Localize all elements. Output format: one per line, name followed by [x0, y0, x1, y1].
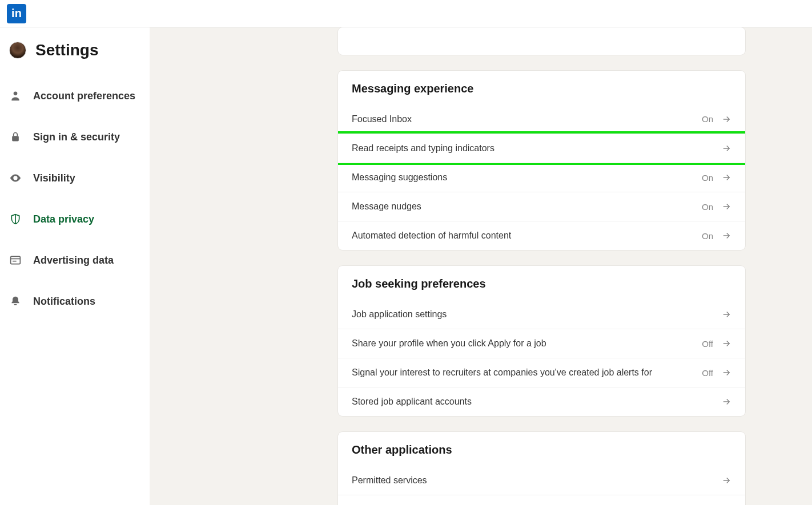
sidebar-item-advertising-data[interactable]: Advertising data [0, 240, 150, 281]
row-label: Messaging suggestions [352, 172, 447, 183]
sidebar-item-label: Notifications [33, 296, 95, 308]
eye-icon [9, 172, 22, 184]
row-label: Automated detection of harmful content [352, 231, 511, 241]
arrow-right-icon [721, 114, 731, 124]
sidebar-item-label: Sign in & security [33, 131, 120, 143]
row-automated-detection[interactable]: Automated detection of harmful content O… [338, 221, 745, 250]
section-title: Other applications [338, 432, 745, 466]
row-status: On [702, 173, 713, 183]
row-microsoft-word[interactable]: Microsoft Word On [338, 495, 745, 505]
sidebar-item-label: Data privacy [33, 213, 94, 225]
row-label: Signal your interest to recruiters at co… [352, 367, 652, 378]
row-label: Job application settings [352, 309, 447, 320]
svg-point-0 [14, 92, 18, 96]
row-label: Focused Inbox [352, 114, 412, 124]
sidebar-item-account-preferences[interactable]: Account preferences [0, 75, 150, 116]
avatar[interactable] [9, 42, 26, 59]
svg-point-2 [14, 177, 17, 179]
row-focused-inbox[interactable]: Focused Inbox On [338, 104, 745, 134]
row-status: Off [702, 339, 713, 349]
main-content: Messaging experience Focused Inbox On Re… [150, 27, 812, 505]
page-title: Settings [35, 41, 98, 59]
row-status: On [702, 114, 713, 124]
section-title: Messaging experience [338, 71, 745, 104]
shield-icon [9, 213, 22, 225]
row-messaging-suggestions[interactable]: Messaging suggestions On [338, 163, 745, 192]
row-message-nudges[interactable]: Message nudges On [338, 192, 745, 221]
row-label: Permitted services [352, 475, 427, 486]
section-title: Job seeking preferences [338, 266, 745, 300]
section-messaging-experience: Messaging experience Focused Inbox On Re… [338, 71, 745, 250]
ad-icon [9, 254, 22, 266]
svg-rect-3 [11, 256, 21, 264]
sidebar-item-label: Account preferences [33, 90, 135, 102]
row-signal-interest-recruiters[interactable]: Signal your interest to recruiters at co… [338, 358, 745, 387]
sidebar-item-data-privacy[interactable]: Data privacy [0, 199, 150, 240]
arrow-right-icon [721, 143, 731, 153]
row-permitted-services[interactable]: Permitted services [338, 466, 745, 495]
bell-icon [9, 295, 22, 308]
row-status: On [702, 202, 713, 212]
arrow-right-icon [721, 397, 731, 407]
section-job-seeking-preferences: Job seeking preferences Job application … [338, 266, 745, 416]
row-label: Share your profile when you click Apply … [352, 338, 546, 349]
row-stored-applicant-accounts[interactable]: Stored job applicant accounts [338, 387, 745, 416]
row-read-receipts[interactable]: Read receipts and typing indicators [338, 134, 745, 163]
sidebar-item-label: Advertising data [33, 254, 114, 266]
card-partial-top [338, 27, 745, 55]
sidebar-item-label: Visibility [33, 172, 75, 184]
row-label: Message nudges [352, 201, 421, 212]
arrow-right-icon [721, 338, 731, 349]
row-label: Read receipts and typing indicators [352, 143, 495, 153]
logo-text: in [11, 7, 22, 20]
lock-icon [9, 131, 22, 143]
arrow-right-icon [721, 231, 731, 241]
arrow-right-icon [721, 201, 731, 212]
nav-list: Account preferences Sign in & security V… [0, 75, 150, 322]
top-bar: in [0, 0, 812, 27]
row-job-application-settings[interactable]: Job application settings [338, 300, 745, 329]
sidebar-item-visibility[interactable]: Visibility [0, 157, 150, 199]
svg-rect-6 [14, 304, 17, 305]
svg-rect-1 [12, 136, 19, 141]
linkedin-logo[interactable]: in [7, 4, 26, 23]
arrow-right-icon [721, 309, 731, 320]
arrow-right-icon [721, 475, 731, 486]
row-status: Off [702, 368, 713, 378]
sidebar-header: Settings [0, 41, 150, 75]
section-other-applications: Other applications Permitted services Mi… [338, 432, 745, 505]
row-label: Stored job applicant accounts [352, 397, 472, 407]
sidebar-item-notifications[interactable]: Notifications [0, 281, 150, 322]
sidebar: Settings Account preferences Sign in & s… [0, 27, 150, 505]
arrow-right-icon [721, 367, 731, 378]
row-status: On [702, 231, 713, 241]
sidebar-item-sign-in-security[interactable]: Sign in & security [0, 116, 150, 157]
person-icon [9, 90, 22, 102]
row-share-profile-apply[interactable]: Share your profile when you click Apply … [338, 329, 745, 358]
arrow-right-icon [721, 172, 731, 183]
